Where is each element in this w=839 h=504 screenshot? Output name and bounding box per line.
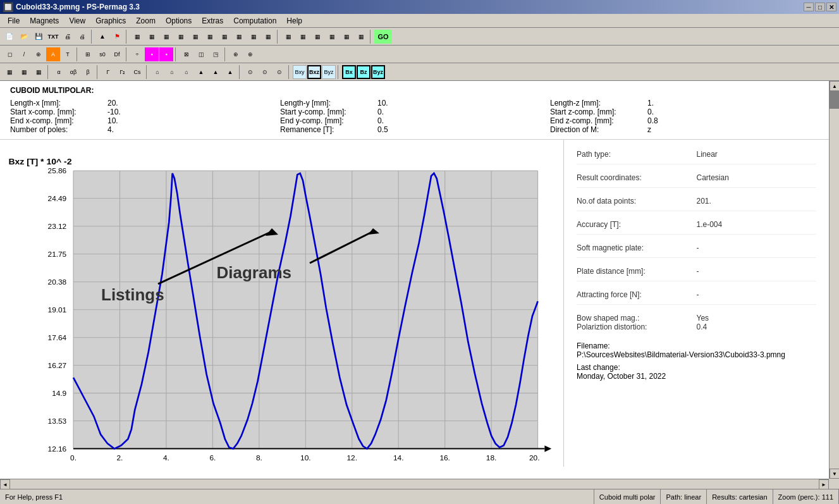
scroll-right-arrow[interactable]: ► bbox=[819, 479, 829, 489]
tb15[interactable]: ▦ bbox=[310, 30, 324, 44]
tb2-4[interactable]: A bbox=[46, 47, 60, 61]
rp-label-bow: Bow shaped mag.: bbox=[577, 314, 697, 323]
tb2-1[interactable]: ◻ bbox=[3, 47, 16, 61]
tb2-2[interactable]: / bbox=[17, 47, 31, 61]
tb3-8[interactable]: Γ₂ bbox=[116, 65, 130, 79]
tb3-10[interactable]: ⌂ bbox=[150, 65, 164, 79]
scroll-up-arrow[interactable]: ▲ bbox=[830, 81, 839, 91]
tb2-7[interactable]: s0 bbox=[95, 47, 109, 61]
tb2-3[interactable]: ⊕ bbox=[32, 47, 46, 61]
bxz-button[interactable]: Bxz bbox=[307, 65, 321, 79]
menu-extras[interactable]: Extras bbox=[197, 15, 228, 27]
menu-file[interactable]: File bbox=[3, 15, 25, 27]
rp-soft-magnetic: Soft magnetic plate: - bbox=[577, 243, 816, 258]
tb8[interactable]: ▦ bbox=[203, 30, 217, 44]
flag-button[interactable]: ⚑ bbox=[110, 30, 124, 44]
tb4[interactable]: ▦ bbox=[145, 30, 159, 44]
tb3-9[interactable]: Cs bbox=[130, 65, 144, 79]
menu-help[interactable]: Help bbox=[281, 15, 307, 27]
tb2-5[interactable]: T bbox=[61, 47, 75, 61]
save-button[interactable]: 💾 bbox=[32, 30, 46, 44]
svg-text:17.64: 17.64 bbox=[48, 334, 67, 341]
tb2-6[interactable]: ⊞ bbox=[81, 47, 95, 61]
close-button[interactable]: ✕ bbox=[826, 3, 836, 11]
tb3-18[interactable]: ⊙ bbox=[273, 65, 286, 79]
tb2-14[interactable]: ◳ bbox=[209, 47, 223, 61]
text-btn[interactable]: TXT bbox=[46, 30, 60, 44]
tb12[interactable]: ▦ bbox=[261, 30, 275, 44]
tb3-6[interactable]: β bbox=[81, 65, 95, 79]
scroll-thumb[interactable] bbox=[830, 91, 839, 109]
tb13[interactable]: ▦ bbox=[281, 30, 295, 44]
tb3[interactable]: ▦ bbox=[130, 30, 144, 44]
tb11[interactable]: ▦ bbox=[247, 30, 260, 44]
tb2-15[interactable]: ⊕ bbox=[229, 47, 243, 61]
menu-computation[interactable]: Computation bbox=[228, 15, 281, 27]
svg-text:16.27: 16.27 bbox=[48, 362, 67, 369]
tb6[interactable]: ▦ bbox=[174, 30, 188, 44]
print-button[interactable]: 🖨 bbox=[61, 30, 75, 44]
status-zoom: Zoom (perc.): 111 bbox=[773, 489, 839, 504]
bxy-button[interactable]: Bxy bbox=[293, 65, 307, 79]
tb3-4[interactable]: α bbox=[52, 65, 66, 79]
tb3-11[interactable]: ⌂ bbox=[165, 65, 179, 79]
tb2-10[interactable]: ▪ bbox=[145, 47, 159, 61]
tb3-7[interactable]: Γ bbox=[101, 65, 115, 79]
info-row-5: Length-y [mm]: 10. bbox=[280, 99, 549, 108]
go-btn[interactable]: GO bbox=[374, 30, 392, 44]
tb3-3[interactable]: ▦ bbox=[32, 65, 46, 79]
scroll-left-arrow[interactable]: ◄ bbox=[0, 479, 10, 489]
tb7[interactable]: ▦ bbox=[188, 30, 202, 44]
tb2-13[interactable]: ◫ bbox=[194, 47, 208, 61]
tb17[interactable]: ▦ bbox=[340, 30, 353, 44]
minimize-button[interactable]: ─ bbox=[804, 3, 814, 11]
tb3-14[interactable]: ▲ bbox=[209, 65, 223, 79]
maximize-button[interactable]: □ bbox=[815, 3, 825, 11]
tb3-13[interactable]: ▲ bbox=[194, 65, 208, 79]
bz-button[interactable]: Bz bbox=[357, 65, 371, 79]
rp-accuracy: Accuracy [T]: 1.e-004 bbox=[577, 220, 816, 235]
sep-14 bbox=[338, 65, 340, 79]
tb2-9[interactable]: ÷ bbox=[130, 47, 144, 61]
tb3-12[interactable]: ⌂ bbox=[180, 65, 193, 79]
tb18[interactable]: ▦ bbox=[354, 30, 368, 44]
bx-button[interactable]: Bx bbox=[342, 65, 356, 79]
print2-button[interactable]: 🖨 bbox=[75, 30, 89, 44]
byz-button[interactable]: Byz bbox=[322, 65, 336, 79]
tb2-12[interactable]: ⊠ bbox=[180, 47, 193, 61]
tb3-15[interactable]: ▲ bbox=[223, 65, 237, 79]
arrow-up-button[interactable]: ▲ bbox=[95, 30, 109, 44]
svg-text:16.: 16. bbox=[439, 454, 450, 462]
menu-magnets[interactable]: Magnets bbox=[25, 15, 64, 27]
tb3-1[interactable]: ▦ bbox=[3, 65, 16, 79]
tb3-2[interactable]: ▦ bbox=[17, 65, 31, 79]
tb3-16[interactable]: ⊙ bbox=[243, 65, 257, 79]
vertical-scrollbar[interactable]: ▲ ▼ bbox=[829, 81, 839, 479]
tb3-5[interactable]: αβ bbox=[66, 65, 80, 79]
horizontal-scrollbar[interactable]: ◄ ► bbox=[0, 479, 829, 489]
sep-12 bbox=[239, 65, 242, 79]
label-start-x: Start x-comp. [mm]: bbox=[10, 108, 105, 116]
tb9[interactable]: ▦ bbox=[217, 30, 231, 44]
tb2-16[interactable]: ⊕ bbox=[243, 47, 257, 61]
rp-data-points: No.of data points: 201. bbox=[577, 197, 816, 211]
menu-graphics[interactable]: Graphics bbox=[90, 15, 131, 27]
tb16[interactable]: ▦ bbox=[325, 30, 339, 44]
tb14[interactable]: ▦ bbox=[296, 30, 310, 44]
label-end-y: End y-comp. [mm]: bbox=[280, 116, 375, 125]
open-button[interactable]: 📂 bbox=[17, 30, 31, 44]
tb10[interactable]: ▦ bbox=[232, 30, 246, 44]
menu-zoom[interactable]: Zoom bbox=[131, 15, 161, 27]
tb3-17[interactable]: ⊙ bbox=[258, 65, 272, 79]
tb2-11[interactable]: ▪ bbox=[159, 47, 173, 61]
new-button[interactable]: 📄 bbox=[3, 30, 16, 44]
menu-view[interactable]: View bbox=[64, 15, 90, 27]
title-bar-controls[interactable]: ─ □ ✕ bbox=[804, 3, 836, 11]
tb2-8[interactable]: Df bbox=[110, 47, 124, 61]
scroll-track[interactable] bbox=[830, 109, 839, 469]
menu-options[interactable]: Options bbox=[161, 15, 197, 27]
tb5[interactable]: ▦ bbox=[159, 30, 173, 44]
bxyz-button[interactable]: Byz bbox=[371, 65, 385, 79]
scroll-down-arrow[interactable]: ▼ bbox=[830, 469, 839, 479]
h-scroll-track[interactable] bbox=[10, 479, 819, 489]
